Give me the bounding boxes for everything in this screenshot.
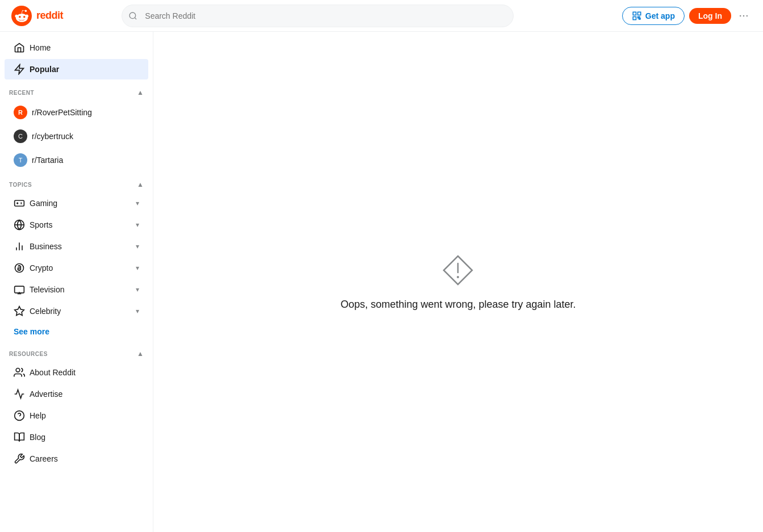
svg-point-1 [130,12,136,19]
gaming-label: Gaming [30,199,57,208]
resources-section-header: RESOURCES ▲ [0,343,153,360]
sidebar-item-tartaria[interactable]: T r/Tartaria [5,149,148,171]
crypto-label: Crypto [30,263,53,273]
page-layout: Home Popular RECENT ▲ R r/RoverPetSittin… [0,32,763,532]
gaming-expand-icon: ▾ [136,199,139,207]
advertise-label: Advertise [30,389,62,399]
sidebar-item-careers[interactable]: Careers [5,449,148,469]
crypto-icon [14,262,25,274]
television-label: Television [30,285,64,294]
television-icon [14,284,25,295]
search-bar-container [122,5,514,27]
topics-title: TOPICS [9,182,32,188]
sidebar-item-roverpetsitting[interactable]: R r/RoverPetSitting [5,101,148,124]
svg-point-5 [740,15,741,16]
resources-title: RESOURCES [9,351,48,357]
svg-point-6 [743,15,745,16]
sidebar-item-about[interactable]: About Reddit [5,362,148,383]
recent-collapse-icon[interactable]: ▲ [137,89,144,97]
resources-collapse-icon[interactable]: ▲ [137,350,144,358]
roverpetsitting-avatar: R [14,106,27,119]
blog-icon [14,432,25,443]
recent-section-header: RECENT ▲ [0,82,153,99]
qr-icon [632,11,642,21]
recent-title: RECENT [9,90,34,96]
logo-text: reddit [36,10,63,22]
main-content: Oops, something went wrong, please try a… [153,32,763,532]
see-more-link[interactable]: See more [5,322,148,341]
login-button[interactable]: Log In [689,8,731,24]
sidebar-item-cybertruck[interactable]: C r/cybertruck [5,125,148,148]
topics-collapse-icon[interactable]: ▲ [137,181,144,188]
app-header: reddit Get app Log In [0,0,763,32]
svg-rect-19 [15,286,24,293]
sidebar: Home Popular RECENT ▲ R r/RoverPetSittin… [0,32,153,532]
header-actions: Get app Log In [622,7,752,25]
tartaria-label: r/Tartaria [32,156,63,165]
topic-business[interactable]: Business ▾ [5,236,148,257]
roverpetsitting-label: r/RoverPetSitting [32,108,92,117]
about-label: About Reddit [30,368,76,377]
sidebar-item-popular[interactable]: Popular [5,59,148,79]
careers-icon [14,453,25,464]
help-label: Help [30,411,46,420]
sidebar-item-home[interactable]: Home [5,37,148,58]
warning-diamond-icon [441,253,475,287]
sports-label: Sports [30,220,52,229]
topic-sports[interactable]: Sports ▾ [5,215,148,235]
crypto-expand-icon: ▾ [136,264,139,272]
celebrity-label: Celebrity [30,307,61,316]
popular-icon [14,64,25,75]
home-label: Home [30,43,51,52]
careers-label: Careers [30,454,58,463]
search-input[interactable] [122,5,514,27]
svg-point-27 [457,276,459,278]
topic-gaming[interactable]: Gaming ▾ [5,193,148,213]
cybertruck-avatar: C [14,129,27,143]
search-icon [128,11,137,20]
advertise-icon [14,388,25,400]
svg-rect-4 [633,16,636,19]
svg-rect-2 [633,12,636,15]
svg-point-21 [16,368,20,372]
blog-label: Blog [30,433,45,442]
sports-expand-icon: ▾ [136,221,139,229]
home-icon [14,42,25,53]
business-expand-icon: ▾ [136,242,139,250]
svg-point-7 [747,15,748,16]
error-container: Oops, something went wrong, please try a… [340,253,576,311]
topic-crypto[interactable]: Crypto ▾ [5,258,148,278]
popular-label: Popular [30,65,59,74]
business-label: Business [30,242,62,251]
gaming-icon [14,198,25,209]
television-expand-icon: ▾ [136,286,139,294]
cybertruck-label: r/cybertruck [32,132,73,141]
celebrity-expand-icon: ▾ [136,307,139,315]
svg-marker-20 [15,307,24,316]
help-icon [14,410,25,421]
topic-celebrity[interactable]: Celebrity ▾ [5,301,148,321]
ellipsis-icon [738,10,749,22]
sidebar-item-advertise[interactable]: Advertise [5,384,148,404]
sports-icon [14,219,25,231]
svg-rect-3 [637,12,640,15]
sidebar-item-blog[interactable]: Blog [5,427,148,447]
business-icon [14,241,25,252]
svg-rect-8 [15,200,24,206]
get-app-button[interactable]: Get app [622,7,685,25]
topics-section-header: TOPICS ▲ [0,174,153,191]
tartaria-avatar: T [14,153,27,167]
celebrity-icon [14,305,25,317]
sidebar-item-help[interactable]: Help [5,405,148,426]
topic-television[interactable]: Television ▾ [5,279,148,300]
about-icon [14,367,25,378]
reddit-logo[interactable]: reddit [11,6,63,26]
more-options-button[interactable] [736,8,752,24]
error-message: Oops, something went wrong, please try a… [340,299,576,311]
